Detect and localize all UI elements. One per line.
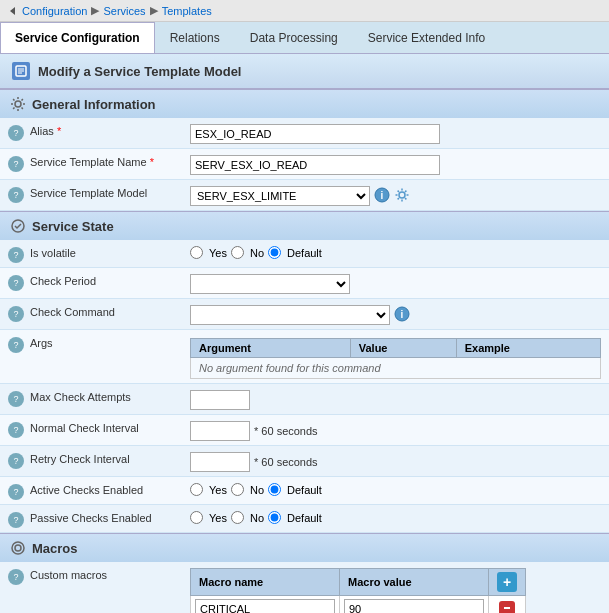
svg-marker-0	[10, 7, 15, 15]
passive-checks-row: ? Passive Checks Enabled Yes No Default	[0, 505, 609, 533]
retry-check-input[interactable]	[190, 452, 250, 472]
macro-table: Macro name Macro value +	[190, 568, 526, 613]
service-state-icon	[10, 218, 26, 234]
check-command-row: ? Check Command i	[0, 299, 609, 330]
max-check-help-icon[interactable]: ?	[8, 391, 24, 407]
template-name-help-icon[interactable]: ?	[8, 156, 24, 172]
tab-service-extended-info[interactable]: Service Extended Info	[353, 22, 500, 53]
args-col-value: Value	[350, 339, 456, 358]
active-checks-label: Active Checks Enabled	[30, 481, 190, 496]
template-model-help-icon[interactable]: ?	[8, 187, 24, 203]
tab-service-config[interactable]: Service Configuration	[0, 22, 155, 53]
tab-relations[interactable]: Relations	[155, 22, 235, 53]
modify-icon	[12, 62, 30, 80]
breadcrumb-config[interactable]: Configuration	[22, 5, 87, 17]
args-empty-message: No argument found for this command	[191, 358, 601, 379]
check-command-help-icon[interactable]: ?	[8, 306, 24, 322]
svg-text:i: i	[401, 309, 404, 320]
svg-point-13	[15, 545, 21, 551]
macros-header: Macros	[0, 533, 609, 562]
template-model-label: Service Template Model	[30, 184, 190, 199]
service-state-header: Service State	[0, 211, 609, 240]
add-macro-button[interactable]: +	[497, 572, 517, 592]
general-info-form: ? Alias * ? Service Template Name * ? Se…	[0, 118, 609, 211]
check-period-help-icon[interactable]: ?	[8, 275, 24, 291]
macro-value-input[interactable]	[344, 599, 484, 613]
normal-check-input[interactable]	[190, 421, 250, 441]
check-period-select[interactable]	[190, 274, 350, 294]
custom-macros-row: ? Custom macros Macro name Macro value +	[0, 562, 609, 613]
tab-data-processing[interactable]: Data Processing	[235, 22, 353, 53]
passive-default[interactable]: Default	[268, 511, 322, 524]
service-state-form: ? Is volatile Yes No Default ? Check Per…	[0, 240, 609, 533]
template-model-gear-icon[interactable]	[394, 187, 410, 205]
macro-value-col: Macro value	[340, 569, 489, 596]
volatile-help-icon[interactable]: ?	[8, 247, 24, 263]
normal-check-row: ? Normal Check Interval * 60 seconds	[0, 415, 609, 446]
svg-point-12	[12, 542, 24, 554]
template-model-info-icon[interactable]: i	[374, 187, 390, 205]
modify-title: Modify a Service Template Model	[38, 64, 241, 79]
volatile-no[interactable]: No	[231, 246, 264, 259]
check-command-info-icon[interactable]: i	[394, 306, 410, 324]
macro-name-input[interactable]	[195, 599, 335, 613]
args-label: Args	[30, 334, 190, 349]
modify-header: Modify a Service Template Model	[0, 54, 609, 89]
service-state-title: Service State	[32, 219, 114, 234]
args-table: Argument Value Example No argument found…	[190, 338, 601, 379]
template-name-label: Service Template Name *	[30, 153, 190, 168]
alias-row: ? Alias *	[0, 118, 609, 149]
svg-point-8	[399, 192, 405, 198]
passive-no[interactable]: No	[231, 511, 264, 524]
args-empty-row: No argument found for this command	[191, 358, 601, 379]
template-model-select[interactable]: SERV_ESX_LIMITE	[190, 186, 370, 206]
passive-checks-help-icon[interactable]: ?	[8, 512, 24, 528]
template-name-row: ? Service Template Name *	[0, 149, 609, 180]
active-no[interactable]: No	[231, 483, 264, 496]
retry-check-label: Retry Check Interval	[30, 450, 190, 465]
passive-yes[interactable]: Yes	[190, 511, 227, 524]
active-default[interactable]: Default	[268, 483, 322, 496]
breadcrumb-services[interactable]: Services	[103, 5, 145, 17]
retry-check-help-icon[interactable]: ?	[8, 453, 24, 469]
active-checks-help-icon[interactable]: ?	[8, 484, 24, 500]
general-info-title: General Information	[32, 97, 156, 112]
custom-macros-label: Custom macros	[30, 566, 190, 581]
is-volatile-row: ? Is volatile Yes No Default	[0, 240, 609, 268]
volatile-default[interactable]: Default	[268, 246, 322, 259]
retry-check-row: ? Retry Check Interval * 60 seconds	[0, 446, 609, 477]
max-check-input[interactable]	[190, 390, 250, 410]
args-help-icon[interactable]: ?	[8, 337, 24, 353]
breadcrumb-templates[interactable]: Templates	[162, 5, 212, 17]
delete-macro-button[interactable]	[499, 601, 515, 613]
max-check-label: Max Check Attempts	[30, 388, 190, 403]
tab-bar: Service Configuration Relations Data Pro…	[0, 22, 609, 54]
passive-checks-label: Passive Checks Enabled	[30, 509, 190, 524]
template-name-input[interactable]	[190, 155, 440, 175]
alias-help-icon[interactable]: ?	[8, 125, 24, 141]
check-command-select[interactable]	[190, 305, 390, 325]
alias-input[interactable]	[190, 124, 440, 144]
normal-check-suffix: * 60 seconds	[254, 425, 318, 437]
normal-check-help-icon[interactable]: ?	[8, 422, 24, 438]
check-period-row: ? Check Period	[0, 268, 609, 299]
args-col-argument: Argument	[191, 339, 351, 358]
general-info-header: General Information	[0, 89, 609, 118]
svg-text:i: i	[381, 190, 384, 201]
macros-icon	[10, 540, 26, 556]
volatile-yes[interactable]: Yes	[190, 246, 227, 259]
retry-check-suffix: * 60 seconds	[254, 456, 318, 468]
active-checks-row: ? Active Checks Enabled Yes No Default	[0, 477, 609, 505]
max-check-row: ? Max Check Attempts	[0, 384, 609, 415]
custom-macros-help-icon[interactable]: ?	[8, 569, 24, 585]
macro-row	[191, 596, 526, 614]
macro-name-col: Macro name	[191, 569, 340, 596]
template-model-row: ? Service Template Model SERV_ESX_LIMITE…	[0, 180, 609, 211]
macros-form: ? Custom macros Macro name Macro value +	[0, 562, 609, 613]
normal-check-label: Normal Check Interval	[30, 419, 190, 434]
svg-point-5	[15, 101, 21, 107]
alias-label: Alias *	[30, 122, 190, 137]
volatile-label: Is volatile	[30, 244, 190, 259]
main-content: Modify a Service Template Model General …	[0, 54, 609, 613]
active-yes[interactable]: Yes	[190, 483, 227, 496]
